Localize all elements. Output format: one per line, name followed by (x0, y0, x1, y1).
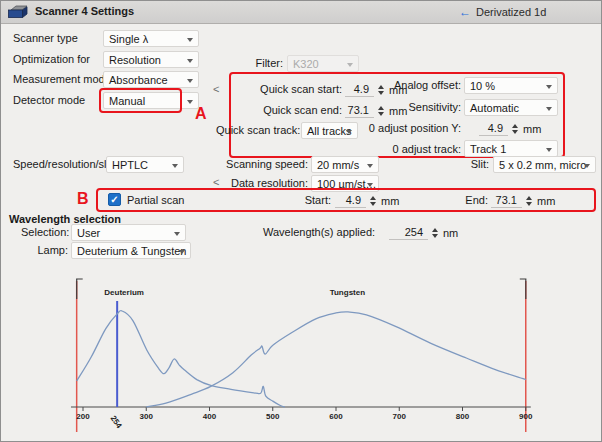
spectrum-curve-tungsten (146, 312, 526, 407)
window-title: Scanner 4 Settings (35, 5, 134, 17)
chevron-down-icon (546, 85, 552, 89)
detector-mode-select[interactable]: Manual (103, 92, 199, 109)
wavelength-applied-unit: nm (443, 227, 458, 239)
x-tick-label: 200 (76, 412, 90, 421)
zero-adjust-track-value: Track 1 (470, 143, 506, 155)
partial-scan-end-unit: mm (537, 195, 555, 207)
wavelength-applied-value: 254 (389, 225, 428, 240)
quick-scan-track-label: Quick scan track: (216, 124, 298, 137)
x-tick-label: 700 (393, 412, 407, 421)
partial-scan-start-field[interactable]: 4.9 mm (335, 192, 399, 209)
spectrum-curve-deuterium (77, 311, 285, 407)
speed-resolution-slit-label: Speed/resolution/slit (13, 158, 112, 171)
chevron-down-icon (187, 100, 193, 104)
chevron-down-icon (367, 164, 373, 168)
scanning-speed-label: Scanning speed: (226, 158, 308, 171)
scanner-device-icon (7, 4, 29, 24)
collapse-scan-settings-icon[interactable]: < (213, 177, 219, 188)
scanner-type-value: Single λ (109, 33, 148, 45)
chevron-down-icon (187, 59, 193, 63)
data-resolution-select[interactable]: 100 µm/st… (311, 175, 379, 192)
quick-scan-start-label: Quick scan start: (231, 83, 342, 96)
selected-wavelength-label: 254 (109, 414, 124, 431)
scanner-type-select[interactable]: Single λ (103, 30, 199, 47)
zero-adjust-y-unit: mm (523, 123, 541, 135)
detector-mode-label: Detector mode (13, 94, 85, 107)
selection-select[interactable]: User (71, 224, 186, 241)
lamp-select[interactable]: Deuterium & Tungsten (71, 242, 191, 259)
sensitivity-value: Automatic (470, 102, 519, 114)
scanner-settings-window: Scanner 4 Settings ←Derivatized 1d Scann… (0, 0, 602, 442)
x-tick-label: 800 (456, 412, 470, 421)
chevron-down-icon (179, 250, 185, 254)
slit-select[interactable]: 5 x 0.2 mm, micro (493, 156, 596, 173)
zero-adjust-y-value: 4.9 (479, 121, 508, 136)
scanner-type-label: Scanner type (13, 32, 78, 45)
chevron-down-icon (172, 164, 178, 168)
spinner-arrows-icon[interactable] (526, 196, 532, 206)
analog-offset-value: 10 % (470, 80, 495, 92)
filter-value: K320 (293, 58, 319, 70)
back-link-label: Derivatized 1d (476, 6, 546, 18)
filter-select: K320 (287, 55, 359, 72)
zero-adjust-y-label: 0 adjust position Y: (351, 122, 461, 135)
collapse-section-a-icon[interactable]: < (213, 84, 219, 95)
optimization-select[interactable]: Resolution (103, 51, 199, 68)
zero-adjust-track-label: 0 adjust track: (351, 143, 461, 156)
scanning-speed-value: 20 mm/s (317, 159, 359, 171)
analog-offset-label: Analog offset: (351, 79, 461, 92)
quick-scan-track-select[interactable]: All tracks (301, 122, 358, 139)
spinner-arrows-icon[interactable] (370, 196, 376, 206)
spinner-arrows-icon[interactable] (512, 124, 518, 134)
filter-label: Filter: (226, 57, 283, 70)
sensitivity-label: Sensitivity: (351, 101, 461, 114)
zero-adjust-track-select[interactable]: Track 1 (464, 140, 558, 157)
optimization-value: Resolution (109, 54, 161, 66)
detector-mode-value: Manual (109, 95, 145, 107)
spinner-arrows-icon[interactable] (432, 228, 438, 238)
x-tick-label: 300 (140, 412, 154, 421)
quick-scan-track-value: All tracks (307, 125, 352, 137)
optimization-label: Optimization for (13, 53, 90, 66)
lamp-label: Lamp: (21, 244, 68, 257)
chevron-down-icon (367, 183, 373, 187)
partial-scan-label: Partial scan (127, 194, 184, 206)
series-label-deuterium: Deuterium (104, 288, 144, 297)
wavelength-applied-label: Wavelength(s) applied: (263, 226, 373, 239)
annotation-marker-b: B (77, 191, 89, 207)
x-tick-label: 400 (203, 412, 217, 421)
partial-scan-checkbox[interactable]: ✓ (108, 193, 121, 206)
check-icon: ✓ (110, 194, 118, 205)
chevron-down-icon (347, 63, 353, 67)
x-tick-label: 500 (266, 412, 280, 421)
annotation-marker-a: A (195, 106, 207, 122)
lamp-spectrum-chart[interactable]: 200300400500600700800900254DeuteriumTung… (1, 261, 602, 442)
sensitivity-select[interactable]: Automatic (464, 99, 558, 116)
chevron-down-icon (584, 164, 590, 168)
scanning-speed-select[interactable]: 20 mm/s (311, 156, 379, 173)
measurement-mode-label: Measurement mode (13, 73, 111, 86)
chevron-down-icon (174, 232, 180, 236)
chevron-down-icon (187, 79, 193, 83)
chevron-down-icon (546, 148, 552, 152)
partial-scan-end-field[interactable]: 73.1 mm (491, 192, 555, 209)
partial-scan-start-value: 4.9 (335, 193, 366, 208)
lamp-value: Deuterium & Tungsten (77, 245, 186, 257)
chevron-down-icon (546, 107, 552, 111)
series-label-tungsten: Tungsten (330, 288, 366, 297)
back-link[interactable]: ←Derivatized 1d (459, 5, 546, 19)
quick-scan-end-label: Quick scan end: (231, 104, 342, 117)
wavelength-applied-field[interactable]: 254 nm (389, 224, 458, 241)
partial-scan-end-label: End: (451, 194, 488, 207)
measurement-mode-select[interactable]: Absorbance (103, 71, 199, 88)
partial-scan-end-value: 73.1 (491, 193, 522, 208)
x-tick-label: 900 (519, 412, 533, 421)
zero-adjust-y-field[interactable]: 4.9 mm (479, 120, 541, 137)
slit-label: Slit: (451, 158, 489, 171)
speed-resolution-slit-select[interactable]: HPTLC (106, 156, 184, 173)
back-arrow-icon: ← (459, 5, 471, 19)
axis-bracket-left (77, 279, 83, 299)
partial-scan-start-unit: mm (381, 195, 399, 207)
slit-value: 5 x 0.2 mm, micro (499, 159, 586, 171)
analog-offset-select[interactable]: 10 % (464, 77, 558, 94)
